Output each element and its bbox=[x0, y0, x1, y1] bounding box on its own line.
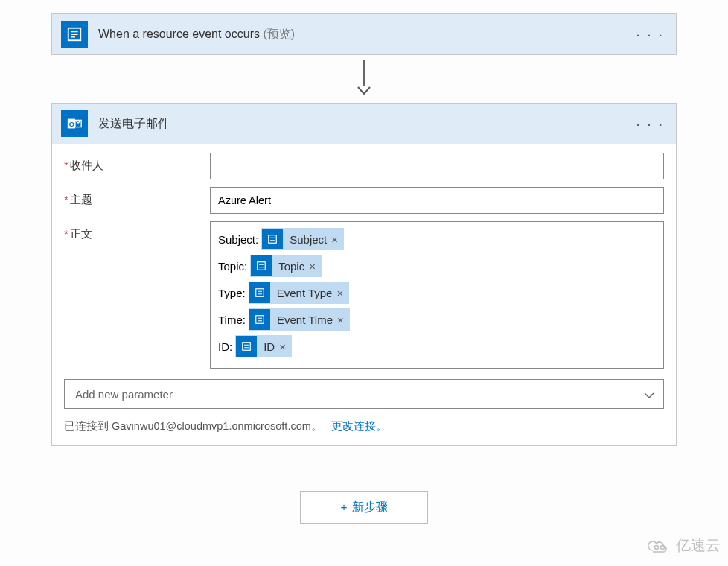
recipient-input[interactable] bbox=[210, 153, 664, 179]
token-remove-icon[interactable]: × bbox=[336, 287, 349, 299]
eventgrid-icon bbox=[249, 309, 270, 330]
subject-label: *主题 bbox=[64, 187, 210, 207]
svg-rect-8 bbox=[243, 343, 251, 351]
eventgrid-icon bbox=[236, 336, 257, 357]
eventgrid-icon bbox=[61, 21, 88, 48]
outlook-icon: O bbox=[61, 110, 88, 137]
eventgrid-icon bbox=[262, 229, 283, 249]
trigger-card: When a resource event occurs (预览) · · · bbox=[51, 13, 677, 55]
token-id[interactable]: ID × bbox=[235, 335, 292, 357]
recipient-label: *收件人 bbox=[64, 153, 210, 173]
token-subject[interactable]: Subject × bbox=[261, 228, 344, 250]
chevron-down-icon bbox=[644, 388, 654, 401]
eventgrid-icon bbox=[251, 255, 272, 276]
action-title: 发送电子邮件 bbox=[98, 116, 633, 132]
svg-rect-7 bbox=[256, 316, 264, 324]
token-remove-icon[interactable]: × bbox=[309, 260, 322, 273]
svg-point-10 bbox=[661, 545, 665, 549]
action-card: O 发送电子邮件 · · · *收件人 *主题 Azure Alert bbox=[51, 103, 677, 446]
recipient-row: *收件人 bbox=[64, 153, 664, 179]
action-more-button[interactable]: · · · bbox=[633, 112, 667, 136]
body-input[interactable]: Subject: Subject × Topic: Topic bbox=[210, 221, 664, 369]
add-parameter-dropdown[interactable]: Add new parameter bbox=[64, 379, 664, 409]
action-header[interactable]: O 发送电子邮件 · · · bbox=[52, 104, 676, 144]
token-topic[interactable]: Topic × bbox=[250, 255, 322, 277]
connector-arrow bbox=[21, 60, 707, 95]
svg-rect-6 bbox=[255, 289, 264, 297]
svg-point-9 bbox=[655, 545, 659, 549]
eventgrid-icon bbox=[249, 282, 270, 303]
token-event-type[interactable]: Event Type × bbox=[249, 282, 350, 304]
body-line-type: Type: Event Type × bbox=[218, 282, 656, 304]
token-remove-icon[interactable]: × bbox=[331, 233, 344, 246]
token-remove-icon[interactable]: × bbox=[279, 340, 292, 353]
body-label: *正文 bbox=[64, 221, 210, 241]
body-line-subject: Subject: Subject × bbox=[218, 228, 656, 250]
cloud-icon bbox=[646, 538, 671, 554]
connection-info: 已连接到 Gavinwu01@cloudmvp1.onmicrosoft.com… bbox=[64, 419, 664, 433]
subject-input[interactable]: Azure Alert bbox=[210, 187, 664, 214]
arrow-down-icon bbox=[357, 86, 371, 95]
body-line-topic: Topic: Topic × bbox=[218, 255, 656, 277]
svg-rect-5 bbox=[258, 262, 266, 270]
trigger-more-button[interactable]: · · · bbox=[633, 23, 667, 46]
watermark: 亿速云 bbox=[646, 535, 721, 556]
trigger-title: When a resource event occurs (预览) bbox=[98, 27, 633, 42]
token-event-time[interactable]: Event Time × bbox=[249, 308, 350, 331]
body-line-time: Time: Event Time × bbox=[218, 308, 656, 331]
plus-icon: + bbox=[340, 500, 347, 514]
trigger-header[interactable]: When a resource event occurs (预览) · · · bbox=[52, 14, 676, 54]
new-step-button[interactable]: + 新步骤 bbox=[300, 491, 428, 524]
token-remove-icon[interactable]: × bbox=[337, 314, 350, 326]
subject-row: *主题 Azure Alert bbox=[64, 187, 664, 214]
svg-rect-4 bbox=[269, 235, 277, 244]
body-row: *正文 Subject: Subject × Topic: bbox=[64, 221, 664, 369]
connection-account: Gavinwu01@cloudmvp1.onmicrosoft.com bbox=[112, 420, 311, 432]
body-line-id: ID: ID × bbox=[218, 335, 656, 357]
change-connection-link[interactable]: 更改连接。 bbox=[331, 420, 387, 432]
svg-text:O: O bbox=[69, 121, 74, 128]
